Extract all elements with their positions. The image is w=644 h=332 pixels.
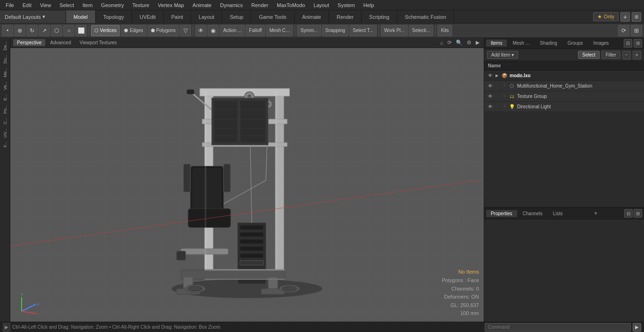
layout-tab-topology[interactable]: Topology: [96, 10, 132, 23]
sidebar-tab-uv[interactable]: UV...: [2, 127, 8, 139]
panel-tab-mesh[interactable]: Mesh ...: [508, 40, 534, 47]
sidebar-tab-po[interactable]: Po...: [2, 103, 8, 116]
layout-tab-setup[interactable]: Setup: [222, 10, 251, 23]
toolbar-transform-btn[interactable]: ⊕: [14, 25, 25, 36]
bottom-tab-channels[interactable]: Channels: [518, 210, 547, 217]
toolbar-snapping-btn[interactable]: Snapping: [322, 25, 348, 36]
items-minus-icon[interactable]: −: [622, 51, 631, 59]
layout-tab-model[interactable]: Model: [66, 10, 96, 23]
toolbar-mesh-btn[interactable]: Mesh C...: [266, 25, 293, 36]
star-only-button[interactable]: ★ Only: [593, 12, 619, 21]
default-layouts-dropdown[interactable]: Default Layouts ▾: [0, 10, 66, 23]
layout-tab-schematic[interactable]: Schematic Fusion: [397, 10, 454, 23]
toolbar-falloff-btn[interactable]: Falloff: [246, 25, 265, 36]
layout-tab-gametools[interactable]: Game Tools: [251, 10, 295, 23]
layout-tab-scripting[interactable]: Scripting: [362, 10, 397, 23]
item-eye-icon-gym[interactable]: 👁: [487, 83, 494, 89]
panel-tab-groups[interactable]: Groups: [563, 40, 588, 47]
panel-collapse-icon[interactable]: ⊟: [624, 39, 632, 48]
sidebar-tab-du[interactable]: Du...: [2, 53, 8, 65]
viewport-canvas[interactable]: X Y Z No Items Polygons : Face Channels:…: [10, 48, 484, 322]
menu-dynamics[interactable]: Dynamics: [216, 1, 247, 9]
layout-tab-layout[interactable]: Layout: [191, 10, 222, 23]
sidebar-tab-de[interactable]: De...: [2, 40, 8, 52]
bottom-tab-properties[interactable]: Properties: [486, 210, 517, 217]
menu-layout[interactable]: Layout: [310, 1, 333, 9]
toolbar-vertices-btn[interactable]: ⬡ Vertices: [91, 25, 120, 36]
menu-render[interactable]: Render: [248, 1, 272, 9]
toolbar-edges-btn[interactable]: ⬣ Edges: [121, 25, 146, 36]
menu-select[interactable]: Select: [56, 1, 78, 9]
menu-texture[interactable]: Texture: [129, 1, 153, 9]
item-row-gym[interactable]: 👁 └ ⬡ Multifunctional_Home_Gym_Station: [484, 81, 644, 91]
bottom-add-tab-button[interactable]: +: [591, 210, 600, 217]
viewport-zoom-icon[interactable]: 🔍: [454, 39, 464, 46]
viewport-play-icon[interactable]: ▶: [474, 39, 481, 46]
toolbar-refresh-btn[interactable]: ⟳: [618, 25, 629, 36]
toolbar-eye-btn[interactable]: 👁: [195, 25, 206, 36]
bottom-panel-collapse-icon[interactable]: ⊟: [624, 209, 633, 218]
items-select-button[interactable]: Select: [578, 51, 600, 59]
menu-maxtomodo[interactable]: MaxToModo: [273, 1, 309, 9]
menu-file[interactable]: File: [2, 1, 18, 9]
panel-tab-items[interactable]: Items: [486, 40, 507, 47]
toolbar-symm-btn[interactable]: Symm...: [297, 25, 321, 36]
item-row-light[interactable]: 👁 └ 💡 Directional Light: [484, 102, 644, 112]
command-input[interactable]: [485, 323, 631, 332]
menu-animate[interactable]: Animate: [189, 1, 215, 9]
item-row-modo[interactable]: 👁 ▶ 📦 modo.lxo: [484, 71, 644, 81]
viewport-reset-icon[interactable]: ⟳: [446, 39, 453, 46]
menu-help[interactable]: Help: [360, 1, 378, 9]
bottom-tab-lists[interactable]: Lists: [548, 210, 568, 217]
menu-edit[interactable]: Edit: [19, 1, 35, 9]
panel-expand-icon[interactable]: ⊞: [634, 39, 642, 48]
command-go-button[interactable]: ▶: [633, 323, 641, 332]
add-layout-button[interactable]: +: [620, 12, 630, 22]
menu-item[interactable]: Item: [79, 1, 96, 9]
expand-layouts-button[interactable]: ⊞: [632, 12, 641, 22]
item-eye-icon-light[interactable]: 👁: [487, 104, 494, 110]
toolbar-action-btn[interactable]: Action ...: [220, 25, 245, 36]
menu-view[interactable]: View: [36, 1, 55, 9]
toolbar-polygons-btn[interactable]: ⬟ Polygons: [148, 25, 179, 36]
sidebar-tab-f[interactable]: F...: [2, 140, 8, 149]
toolbar-dot-btn[interactable]: •: [2, 25, 13, 36]
toolbar-selectt-btn[interactable]: Select T...: [349, 25, 377, 36]
panel-tab-images[interactable]: Images: [589, 40, 614, 47]
sidebar-tab-e[interactable]: E...: [2, 92, 8, 103]
status-arrow-button[interactable]: ▶: [3, 323, 10, 332]
toolbar-rect-btn[interactable]: ⬜: [75, 25, 87, 36]
viewport-tab-perspective[interactable]: Perspective: [13, 39, 45, 46]
panel-tab-shading[interactable]: Shading: [535, 40, 562, 47]
menu-vertex-map[interactable]: Vertex Map: [154, 1, 188, 9]
viewport-home-icon[interactable]: ⌂: [438, 40, 445, 46]
toolbar-kits-btn[interactable]: Kits: [438, 25, 452, 36]
toolbar-workpl-btn[interactable]: Work Pl...: [381, 25, 408, 36]
layout-tab-paint[interactable]: Paint: [164, 10, 191, 23]
sidebar-tab-me[interactable]: Me...: [2, 66, 8, 79]
toolbar-polygon-type-btn[interactable]: ▽: [180, 25, 191, 36]
toolbar-grid-btn[interactable]: ⊞: [631, 25, 642, 36]
layout-tab-animate[interactable]: Animate: [295, 10, 329, 23]
viewport-settings-icon[interactable]: ⚙: [465, 39, 473, 46]
layout-tab-render[interactable]: Render: [329, 10, 362, 23]
toolbar-eye2-btn[interactable]: ◉: [207, 25, 219, 36]
sidebar-tab-ve[interactable]: Ve...: [2, 80, 8, 92]
item-eye-icon-modo[interactable]: 👁: [487, 73, 494, 79]
toolbar-mirror-btn[interactable]: ⬡: [51, 25, 62, 36]
viewport-tab-advanced[interactable]: Advanced: [46, 39, 74, 46]
add-item-button[interactable]: Add Item ▾: [487, 51, 518, 59]
menu-geometry[interactable]: Geometry: [97, 1, 127, 9]
toolbar-scale-btn[interactable]: ↗: [39, 25, 50, 36]
viewport-tab-textures[interactable]: Viewport Textures: [76, 39, 121, 46]
item-row-texture[interactable]: 👁 └ 🗂 Texture Group: [484, 91, 644, 102]
sidebar-tab-c[interactable]: C...: [2, 116, 8, 126]
menu-system[interactable]: System: [334, 1, 359, 9]
items-more-icon[interactable]: ≡: [633, 51, 641, 59]
toolbar-rotate-btn[interactable]: ↻: [26, 25, 38, 36]
toolbar-circle-btn[interactable]: ○: [63, 25, 74, 36]
item-eye-icon-texture[interactable]: 👁: [487, 93, 494, 100]
toolbar-selecti-btn[interactable]: Selecti...: [409, 25, 433, 36]
layout-tab-uvedit[interactable]: UVEdit: [132, 10, 164, 23]
bottom-panel-expand-icon[interactable]: ⊞: [634, 209, 642, 218]
